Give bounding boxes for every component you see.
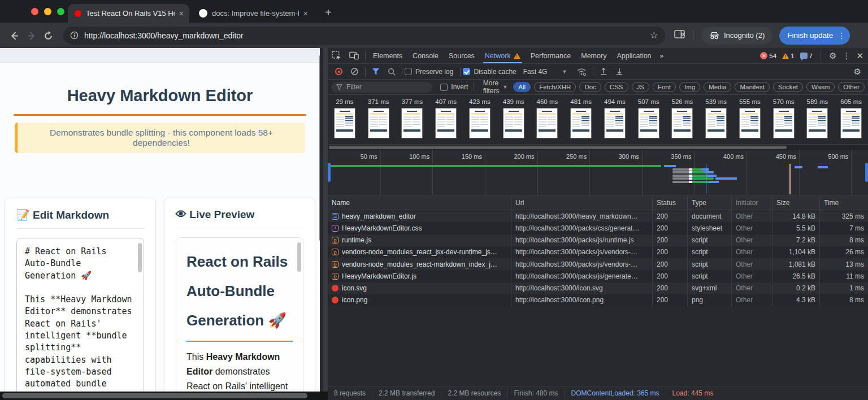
- filmstrip-frame[interactable]: 460 ms: [531, 95, 565, 144]
- warning-badge[interactable]: 1: [782, 53, 794, 59]
- address-bar[interactable]: http://localhost:3000/heavy_markdown_edi…: [63, 27, 665, 45]
- filter-pill-wasm[interactable]: Wasm: [806, 82, 835, 92]
- devtools-divider[interactable]: [323, 48, 328, 400]
- record-network-log-icon[interactable]: [331, 68, 346, 75]
- cell-name[interactable]: icon.png: [328, 294, 511, 306]
- site-info-icon[interactable]: [70, 31, 79, 40]
- overview-left-handle[interactable]: [328, 163, 331, 182]
- table-row[interactable]: {}HeavyMarkdownEditor.jshttp://localhost…: [328, 270, 868, 282]
- table-row[interactable]: /HeavyMarkdownEditor.csshttp://localhost…: [328, 222, 868, 234]
- filter-pill-media[interactable]: Media: [704, 82, 731, 92]
- markdown-textarea[interactable]: # React on Rails Auto-Bundle Generation …: [16, 238, 144, 400]
- devtools-tab-performance[interactable]: Performance: [526, 48, 576, 63]
- update-menu-icon[interactable]: ⋮: [837, 31, 845, 40]
- filmstrip-frame[interactable]: 407 ms: [429, 95, 463, 144]
- invert-checkbox[interactable]: [440, 84, 448, 91]
- network-overview-waterfall[interactable]: 50 ms100 ms150 ms200 ms250 ms300 ms350 m…: [328, 150, 868, 196]
- export-har-icon[interactable]: [611, 67, 627, 76]
- table-row[interactable]: {}vendors-node_modules_react-markdown_in…: [328, 258, 868, 270]
- filmstrip-frame[interactable]: 439 ms: [497, 95, 531, 144]
- more-panels-chevron[interactable]: »: [657, 52, 667, 60]
- forward-button[interactable]: [23, 30, 40, 40]
- tab-close-icon[interactable]: ×: [303, 9, 308, 18]
- url-text[interactable]: http://localhost:3000/heavy_markdown_edi…: [84, 31, 650, 40]
- back-button[interactable]: [6, 30, 23, 40]
- side-panel-icon[interactable]: [674, 29, 685, 41]
- column-header-status[interactable]: Status: [653, 196, 688, 210]
- browser-tab-active[interactable]: Test React On Rails V15 Hello ×: [68, 4, 189, 23]
- cell-name[interactable]: {}runtime.js: [328, 234, 511, 246]
- disable-cache-checkbox[interactable]: [463, 68, 470, 75]
- filmstrip-frame[interactable]: 589 ms: [801, 95, 835, 144]
- textarea-scrollbar[interactable]: [138, 243, 142, 272]
- new-tab-button[interactable]: +: [325, 7, 332, 18]
- more-filters-dropdown[interactable]: More filters ▼: [483, 79, 508, 95]
- filter-pill-img[interactable]: Img: [679, 82, 700, 92]
- table-row[interactable]: icon.pnghttp://localhost:3000/icon.png20…: [328, 294, 868, 306]
- bookmark-star-icon[interactable]: ☆: [650, 29, 658, 41]
- filmstrip-frame[interactable]: 29 ms: [328, 95, 362, 144]
- issues-badge[interactable]: 7: [800, 53, 813, 59]
- cell-name[interactable]: {}vendors-node_modules_react_jsx-dev-run…: [328, 246, 511, 258]
- table-row[interactable]: icon.svghttp://localhost:3000/icon.svg20…: [328, 282, 868, 294]
- maximize-window-button[interactable]: [57, 8, 64, 15]
- overview-right-handle[interactable]: [865, 163, 868, 182]
- filter-pill-doc[interactable]: Doc: [579, 82, 601, 92]
- devtools-tab-network[interactable]: Network: [480, 48, 526, 63]
- devtools-close-icon[interactable]: ✕: [856, 51, 863, 61]
- close-window-button[interactable]: [31, 8, 38, 15]
- filmstrip-scrollbar[interactable]: [328, 145, 868, 150]
- table-row[interactable]: {}vendors-node_modules_react_jsx-dev-run…: [328, 246, 868, 258]
- filmstrip-frame[interactable]: 481 ms: [564, 95, 598, 144]
- preview-scrollbar[interactable]: [297, 242, 301, 272]
- filmstrip-frame[interactable]: 605 ms: [834, 95, 868, 144]
- filter-pill-js[interactable]: JS: [632, 82, 649, 92]
- column-header-type[interactable]: Type: [688, 196, 732, 210]
- incognito-badge[interactable]: Incognito (2): [701, 27, 772, 44]
- window-controls[interactable]: [31, 8, 64, 15]
- cell-name[interactable]: icon.svg: [328, 282, 511, 294]
- filmstrip-frame[interactable]: 507 ms: [632, 95, 666, 144]
- table-row[interactable]: {}runtime.jshttp://localhost:3000/packs/…: [328, 234, 868, 246]
- devtools-tab-console[interactable]: Console: [407, 48, 444, 63]
- markdown-source-text[interactable]: # React on Rails Auto-Bundle Generation …: [25, 246, 136, 400]
- filmstrip-frame[interactable]: 526 ms: [666, 95, 700, 144]
- filmstrip-frame[interactable]: 377 ms: [396, 95, 429, 144]
- column-header-time[interactable]: Time: [820, 196, 868, 210]
- filter-pill-all[interactable]: All: [513, 82, 531, 92]
- filter-pill-font[interactable]: Font: [653, 82, 676, 92]
- import-har-icon[interactable]: [596, 67, 611, 76]
- search-icon[interactable]: [384, 68, 400, 76]
- tab-close-icon[interactable]: ×: [179, 9, 184, 18]
- filmstrip-frame[interactable]: 539 ms: [699, 95, 733, 144]
- reload-button[interactable]: [40, 30, 57, 40]
- column-header-size[interactable]: Size: [772, 196, 820, 210]
- filmstrip-frame[interactable]: 494 ms: [598, 95, 632, 144]
- page-horizontal-scrollbar[interactable]: [0, 392, 328, 400]
- devtools-tab-sources[interactable]: Sources: [444, 48, 480, 63]
- devtools-tab-elements[interactable]: Elements: [368, 48, 407, 63]
- table-row[interactable]: heavy_markdown_editorhttp://localhost:30…: [328, 210, 868, 222]
- browser-tab-inactive[interactable]: docs: Improve file-system-ba ×: [192, 4, 314, 23]
- device-toolbar-icon[interactable]: [345, 51, 363, 60]
- devtools-menu-icon[interactable]: ⋮: [842, 51, 850, 61]
- filter-pill-manifest[interactable]: Manifest: [735, 82, 769, 92]
- throttling-dropdown[interactable]: Fast 4G ▼: [523, 68, 567, 76]
- filter-funnel-icon[interactable]: [368, 68, 384, 75]
- filter-pill-socket[interactable]: Socket: [773, 82, 803, 92]
- column-header-initiator[interactable]: Initiator: [732, 196, 772, 210]
- column-header-name[interactable]: Name: [328, 196, 511, 210]
- filmstrip-frame[interactable]: 555 ms: [733, 95, 767, 144]
- finish-update-button[interactable]: Finish update ⋮: [779, 27, 850, 45]
- column-header-url[interactable]: Url: [511, 196, 653, 210]
- inspect-element-icon[interactable]: [328, 51, 345, 60]
- cell-name[interactable]: {}vendors-node_modules_react-markdown_in…: [328, 258, 511, 270]
- cell-name[interactable]: /HeavyMarkdownEditor.css: [328, 222, 511, 234]
- filter-pill-fetchxhr[interactable]: Fetch/XHR: [534, 82, 576, 92]
- cell-name[interactable]: heavy_markdown_editor: [328, 210, 511, 222]
- clear-network-log-icon[interactable]: [346, 67, 363, 76]
- error-badge[interactable]: ✕54: [760, 52, 776, 59]
- page-scrollbar[interactable]: [319, 55, 320, 241]
- minimize-window-button[interactable]: [44, 8, 51, 15]
- preserve-log-checkbox[interactable]: [405, 68, 412, 75]
